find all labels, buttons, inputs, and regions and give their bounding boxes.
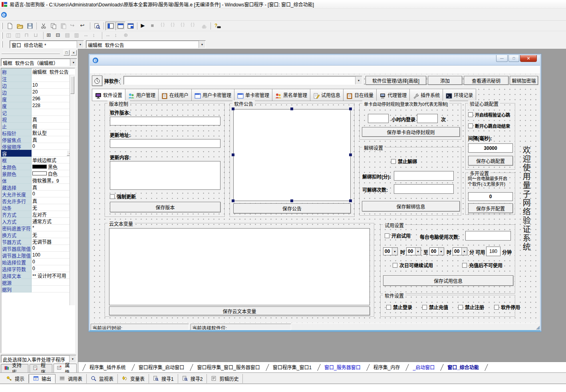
save-heartbeat-button[interactable]: 保存心跳配置 <box>468 156 513 165</box>
layout-left-button[interactable] <box>105 22 115 30</box>
property-row[interactable]: 藏选择真... <box>1 184 75 191</box>
property-row[interactable]: 容... <box>1 150 75 157</box>
step-over-button[interactable]: { } <box>159 22 169 30</box>
property-row[interactable]: 密码遮盖字符*... <box>1 225 75 231</box>
menu-item[interactable] <box>66 13 73 16</box>
stop-button[interactable]: ■ <box>149 22 159 30</box>
selection-handle[interactable] <box>290 107 293 110</box>
form-tab[interactable]: 软件设置 <box>92 89 125 101</box>
property-row[interactable]: 本颜色黑色... <box>1 163 75 170</box>
force-update-checkbox[interactable]: 强制更新 <box>110 193 136 200</box>
property-row[interactable]: 止假... <box>1 123 75 129</box>
update-content-input[interactable] <box>110 161 220 190</box>
form-tab[interactable]: 在线用户 <box>159 89 192 101</box>
maximize-button[interactable]: □ <box>508 55 519 62</box>
form-tab[interactable]: 日在线量 <box>344 89 377 101</box>
property-row[interactable]: 景颜色白色... <box>1 170 75 177</box>
enable-heartbeat-checkbox[interactable]: 开启线程验证心跳 <box>468 111 510 118</box>
paste-button[interactable] <box>58 22 68 30</box>
selection-handle[interactable] <box>349 107 352 110</box>
panel-restore-button[interactable]: □ <box>64 50 70 56</box>
software-version-input[interactable] <box>110 117 220 125</box>
property-row[interactable]: 否允许多行真... <box>1 197 75 204</box>
align-bottom-button[interactable]: ⊔ <box>32 32 42 40</box>
output-tab[interactable]: 搜寻1 <box>149 374 178 383</box>
panel-tab[interactable]: 属性 <box>54 364 77 372</box>
cloud-text-input[interactable] <box>109 228 370 305</box>
property-row[interactable]: 注... <box>1 75 75 82</box>
notice-editbox-selected[interactable] <box>233 109 351 201</box>
save-multi-open-button[interactable]: 保存多开配置 <box>468 203 513 213</box>
per-pc-input[interactable] <box>465 231 511 241</box>
property-row[interactable]: 停留焦点真... <box>1 136 75 143</box>
software-setting-checkbox[interactable]: 软件停用 <box>494 304 520 310</box>
scrollbar-thumb[interactable] <box>70 76 74 94</box>
form-tab[interactable]: 单卡密管理 <box>234 89 272 101</box>
space-equal-vertical-button[interactable]: ▥ <box>73 32 82 40</box>
menu-item[interactable] <box>30 13 38 16</box>
form-tab[interactable]: 插件系统 <box>410 89 443 101</box>
form-tab[interactable]: 用户管理 <box>125 89 159 101</box>
property-row[interactable]: 称编辑框_软件公告... <box>1 68 75 75</box>
property-row[interactable]: 选择文本** 设计时不可用... <box>1 272 75 279</box>
property-row[interactable]: 节器方式无调节器... <box>1 238 75 245</box>
software-setting-checkbox[interactable]: 禁止登录 <box>386 304 412 310</box>
selection-handle[interactable] <box>232 199 234 202</box>
disconnect-end-checkbox[interactable]: 断开心跳自动结束 <box>468 123 510 129</box>
unbind-deduct-input[interactable] <box>394 171 454 181</box>
panel-tab[interactable]: 支持库 <box>1 364 28 372</box>
property-row[interactable]: 记... <box>1 109 75 116</box>
start-minute-combo[interactable]: 00▼ <box>406 247 421 255</box>
layout-split-button[interactable] <box>125 22 135 30</box>
step-out-button[interactable]: { } <box>179 22 189 30</box>
save-version-button[interactable]: 保存版本 <box>110 202 220 212</box>
window-tab[interactable]: 程序集_插件系统 <box>82 362 131 372</box>
stretch-both-button[interactable]: ⊕ <box>122 32 131 40</box>
space-equal-horizontal-button[interactable]: ▤ <box>64 32 73 40</box>
output-tab[interactable]: 输出 <box>29 374 56 383</box>
new-file-button[interactable] <box>5 22 15 30</box>
window-tab[interactable]: 窗口_服务器窗口 <box>317 362 366 372</box>
unbind-client-button[interactable]: 解绑加密端 <box>510 76 538 85</box>
center-horizontally-button[interactable]: ⊞ <box>45 32 54 40</box>
selection-handle[interactable] <box>232 153 234 156</box>
resize-grip[interactable]: ◢ <box>536 324 540 330</box>
window-tab[interactable]: 窗口_综合功能 <box>440 362 485 372</box>
copy-button[interactable] <box>48 22 58 30</box>
stretch-width-button[interactable]: ↔ <box>104 32 113 40</box>
save-cloud-text-button[interactable]: 保存云文本变量 <box>109 306 370 315</box>
property-row[interactable]: 齐方式左对齐... <box>1 211 75 218</box>
control-picker-combo[interactable]: 辑框_软件公告（编辑框） ▼ <box>1 58 77 66</box>
property-row[interactable]: 度296... <box>1 96 75 102</box>
save-unbind-button[interactable]: 保存解绑信息 <box>362 201 460 211</box>
save-trial-button[interactable]: 保存试用信息 <box>383 275 513 286</box>
panel-gripper[interactable] <box>2 53 60 54</box>
property-row[interactable]: 据源... <box>1 279 75 286</box>
window-tab[interactable]: 窗口程序集_启动窗口 <box>131 362 190 372</box>
property-row[interactable]: 度228... <box>1 102 75 109</box>
window-tab[interactable]: 窗口程序集_窗口1 <box>266 362 317 372</box>
property-row[interactable]: 边20... <box>1 89 75 96</box>
property-row[interactable]: 调节器上限值100... <box>1 252 75 259</box>
enable-trial-checkbox[interactable]: 开启试用 <box>385 232 411 239</box>
control-selector-combo[interactable]: 编辑框_软件公告 ▼ <box>86 40 206 48</box>
property-row[interactable]: 入方式通常方式... <box>1 218 75 225</box>
forbid-unbind-checkbox[interactable]: 禁止解绑 <box>391 158 417 165</box>
multi-open-input[interactable]: 0 <box>468 192 513 201</box>
chevron-down-icon[interactable]: ▼ <box>77 41 83 48</box>
property-row[interactable]: 标指针默认型... <box>1 129 75 136</box>
property-row[interactable]: 换方式无... <box>1 231 75 238</box>
selection-handle[interactable] <box>290 199 293 202</box>
property-row[interactable]: 框单线边框式... <box>1 157 75 163</box>
menu-item[interactable] <box>9 13 16 16</box>
software-setting-checkbox[interactable]: 禁止充值 <box>422 304 448 310</box>
undo-button[interactable]: ↩ <box>78 22 88 30</box>
help-search-button[interactable]: ? <box>212 22 222 30</box>
property-row[interactable]: 动条无... <box>1 204 75 211</box>
property-row[interactable]: 选择字符数0... <box>1 265 75 272</box>
align-right-button[interactable]: ◫ <box>14 32 23 40</box>
step-into-button[interactable]: { } <box>169 22 179 30</box>
window-selector-combo[interactable]: 窗口_综合功能 * ▼ <box>10 40 84 48</box>
run-to-cursor-button[interactable]: { } <box>189 22 199 30</box>
layout-top-button[interactable] <box>115 22 125 30</box>
